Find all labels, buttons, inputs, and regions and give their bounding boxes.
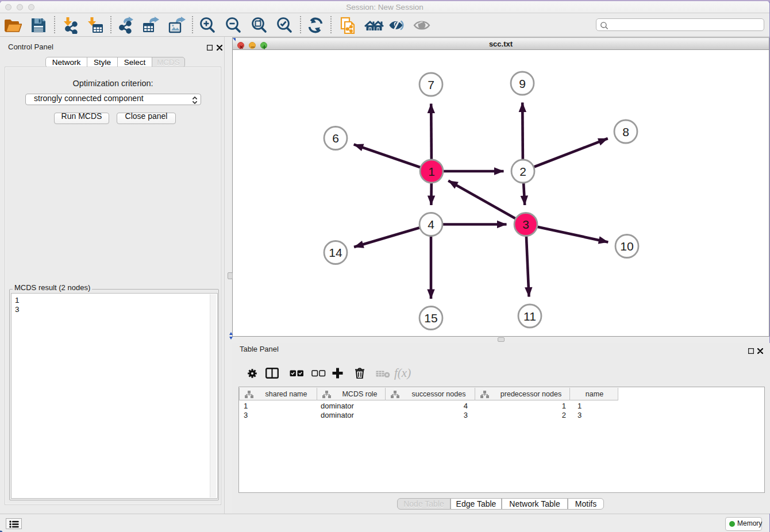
svg-text:7: 7 bbox=[428, 78, 434, 91]
svg-text:10: 10 bbox=[620, 240, 633, 253]
svg-text:9: 9 bbox=[519, 77, 526, 90]
svg-text:4: 4 bbox=[428, 218, 434, 231]
svg-text:6: 6 bbox=[332, 132, 339, 145]
svg-text:14: 14 bbox=[329, 246, 342, 259]
svg-text:1: 1 bbox=[428, 165, 435, 178]
svg-text:15: 15 bbox=[424, 311, 437, 325]
svg-text:2: 2 bbox=[519, 165, 526, 178]
svg-text:3: 3 bbox=[522, 218, 529, 231]
svg-text:8: 8 bbox=[622, 125, 629, 138]
svg-text:11: 11 bbox=[523, 310, 536, 323]
